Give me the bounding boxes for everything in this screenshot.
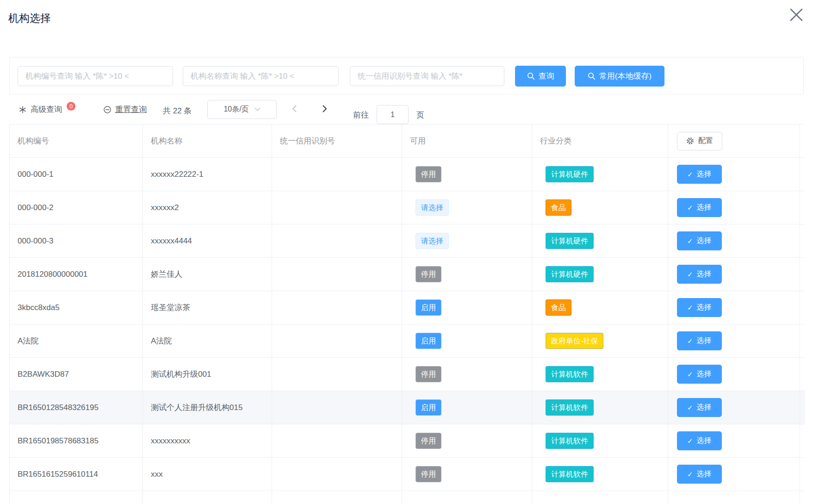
action-cell: ✓选择: [668, 458, 800, 491]
page-size-value: 10条/页: [223, 105, 248, 114]
table-header-row: 机构编号 机构名称 统一信用识别号 可用 行业分类 配置: [10, 124, 805, 158]
table-gutter: [800, 158, 806, 191]
advanced-query-badge: 0: [67, 102, 75, 111]
select-button-label: 选择: [697, 436, 712, 446]
header-available: 可用: [402, 124, 532, 157]
table-row: A法院A法院启用政府单位-社保✓选择: [10, 324, 805, 358]
page-size-select[interactable]: 10条/页: [207, 100, 277, 119]
table-row: BR1650128548326195测试个人注册升级机构015启用计算机软件✓选…: [10, 391, 805, 424]
table-row: B2BAWK3D87测试机构升级001停用计算机软件✓选择: [10, 358, 805, 391]
status-cell: 启用: [402, 291, 532, 324]
action-cell: ✓选择: [668, 358, 800, 391]
table-row: 000-000-3xxxxxx4444请选择计算机硬件✓选择: [10, 224, 805, 258]
category-cell: 计算机软件: [532, 358, 668, 391]
status-tag[interactable]: 停用: [416, 466, 441, 482]
config-button-label: 配置: [698, 136, 713, 146]
select-button[interactable]: ✓选择: [677, 431, 722, 450]
category-tag: 计算机硬件: [546, 266, 594, 282]
status-tag[interactable]: 请选择: [416, 199, 449, 216]
local-cache-button[interactable]: 常用(本地缓存): [575, 66, 664, 87]
status-cell: 启用: [402, 324, 532, 357]
goto-page-input[interactable]: [377, 105, 409, 124]
action-cell: ✓选择: [668, 291, 800, 324]
advanced-query-label: 高级查询: [31, 104, 62, 115]
status-cell: 请选择: [402, 191, 532, 224]
table-row: BR1651615259610114xxx停用计算机软件✓选择: [10, 458, 805, 491]
status-tag[interactable]: 启用: [416, 299, 441, 316]
select-button[interactable]: ✓选择: [677, 198, 722, 217]
category-tag: 食品: [546, 199, 571, 216]
org-code-search-input[interactable]: [18, 66, 173, 86]
credit-code-cell: [272, 424, 402, 457]
select-button[interactable]: ✓选择: [677, 298, 722, 317]
sparkle-icon: [19, 106, 27, 114]
table-gutter: [800, 324, 806, 357]
select-button[interactable]: ✓选择: [677, 331, 722, 350]
status-cell: 启用: [402, 391, 532, 424]
org-code-cell: 3kbcc8xda5: [10, 291, 143, 324]
page-title: 机构选择: [8, 11, 51, 25]
header-credit-code: 统一信用识别号: [272, 124, 402, 157]
query-button[interactable]: 查询: [515, 66, 566, 87]
select-button-label: 选择: [697, 169, 712, 179]
check-icon: ✓: [687, 404, 693, 412]
action-cell: ✓选择: [668, 424, 800, 457]
category-cell: 计算机硬件: [532, 224, 668, 257]
credit-code-cell: [272, 324, 402, 357]
credit-code-cell: [272, 358, 402, 391]
prev-page-button[interactable]: [288, 103, 301, 115]
goto-label: 前往: [353, 110, 369, 120]
cache-button-label: 常用(本地缓存): [599, 71, 652, 81]
action-cell: ✓选择: [668, 391, 800, 424]
header-org-code: 机构编号: [10, 124, 143, 157]
credit-code-cell: [272, 191, 402, 224]
status-tag[interactable]: 请选择: [416, 233, 449, 249]
select-button-label: 选择: [697, 403, 712, 412]
table-gutter: [800, 458, 806, 491]
category-cell: 计算机软件: [532, 458, 668, 491]
status-tag[interactable]: 停用: [416, 266, 441, 282]
advanced-query-button[interactable]: 高级查询 0: [19, 104, 75, 115]
reset-query-button[interactable]: 重置查询: [103, 104, 147, 115]
status-cell: 请选择: [402, 224, 532, 257]
credit-code-search-input[interactable]: [350, 66, 504, 86]
select-button-label: 选择: [697, 469, 712, 479]
category-tag: 计算机软件: [546, 466, 594, 482]
category-cell: 食品: [532, 291, 668, 324]
org-name-cell: xxxxxx4444: [143, 224, 272, 257]
table-body: 000-000-1xxxxxx22222-1停用计算机硬件✓选择000-000-…: [10, 158, 805, 491]
select-button[interactable]: ✓选择: [677, 398, 722, 417]
status-tag[interactable]: 停用: [416, 433, 441, 449]
select-button[interactable]: ✓选择: [677, 365, 722, 384]
table-row-stub: [10, 491, 805, 504]
select-button[interactable]: ✓选择: [677, 231, 722, 250]
table-row: 3kbcc8xda5瑶圣堂凉茶启用食品✓选择: [10, 291, 805, 324]
org-name-search-input[interactable]: [183, 66, 339, 86]
config-button[interactable]: 配置: [677, 132, 722, 150]
select-button[interactable]: ✓选择: [677, 165, 722, 184]
status-tag[interactable]: 启用: [416, 399, 441, 416]
select-button-label: 选择: [697, 369, 712, 379]
minus-circle-icon: [103, 106, 112, 114]
search-icon: [527, 72, 535, 80]
category-cell: 计算机硬件: [532, 258, 668, 291]
next-page-button[interactable]: [318, 103, 331, 115]
status-tag[interactable]: 停用: [416, 366, 441, 382]
check-icon: ✓: [687, 304, 693, 312]
credit-code-cell: [272, 391, 402, 424]
table-gutter: [800, 224, 806, 257]
status-tag[interactable]: 启用: [416, 333, 441, 349]
select-button[interactable]: ✓选择: [677, 465, 722, 484]
check-icon: ✓: [687, 237, 693, 245]
category-tag: 食品: [546, 299, 571, 316]
credit-code-cell: [272, 158, 402, 191]
close-button[interactable]: [786, 5, 807, 25]
category-cell: 计算机软件: [532, 424, 668, 457]
header-org-name: 机构名称: [143, 124, 272, 157]
status-tag[interactable]: 停用: [416, 166, 441, 182]
action-cell: ✓选择: [668, 324, 800, 357]
select-button-label: 选择: [697, 336, 712, 346]
header-industry: 行业分类: [532, 124, 668, 157]
action-cell: ✓选择: [668, 258, 800, 291]
select-button[interactable]: ✓选择: [677, 265, 722, 284]
